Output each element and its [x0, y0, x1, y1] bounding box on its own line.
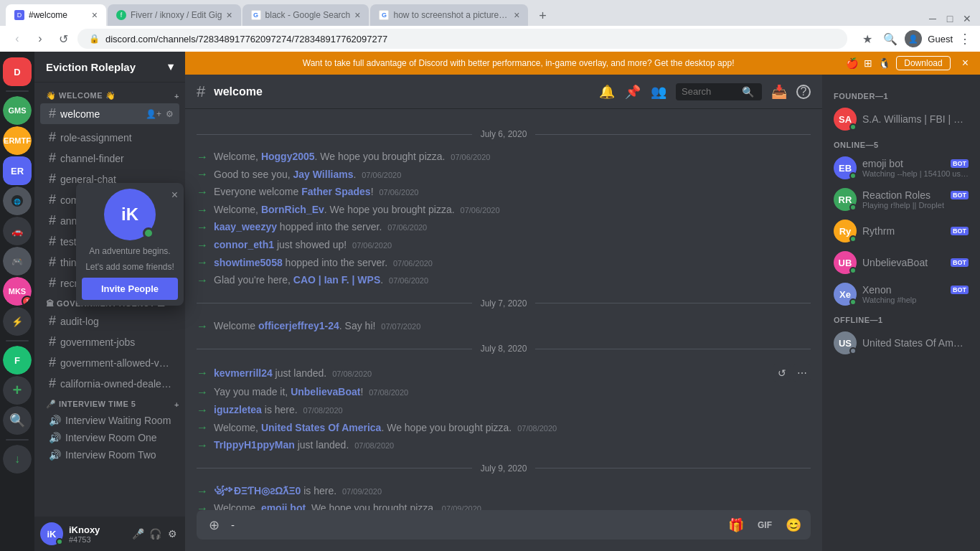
refresh-message-button[interactable]: ↺	[773, 364, 791, 382]
server-item-img1[interactable]: 🌐	[3, 187, 32, 215]
inbox-icon[interactable]: 📥	[771, 83, 788, 100]
more-message-options[interactable]: ⋯	[793, 364, 811, 382]
reload-button[interactable]: ↺	[55, 30, 72, 47]
server-item-gms[interactable]: GMS	[3, 96, 32, 125]
chat-search[interactable]: 🔍	[676, 83, 762, 100]
section-interview-header[interactable]: 🎤 InteRView Time 5 +	[34, 397, 185, 412]
browser-user-avatar[interactable]: 👤	[905, 30, 922, 47]
member-name-united-states: United States Of Amer...	[862, 337, 969, 349]
minimize-button[interactable]: ─	[925, 11, 940, 26]
server-item-mks[interactable]: MKS 1	[3, 277, 32, 306]
channel-hash-announcements: #	[49, 213, 56, 228]
chat-input-area: ⊕ 🎁 GIF 😊	[185, 510, 822, 551]
server-item-img3[interactable]: 🎮	[3, 247, 32, 276]
join-arrow-icon: →	[197, 320, 208, 333]
pin-icon[interactable]: 📌	[624, 83, 641, 100]
download-button[interactable]: ↓	[3, 445, 32, 474]
server-item-er[interactable]: ER	[3, 156, 32, 185]
server-item-discord[interactable]: D	[3, 57, 32, 86]
tab-1[interactable]: D #welcome ×	[6, 4, 106, 26]
user-info: iKnoxy #4753	[69, 524, 125, 544]
close-window-button[interactable]: ✕	[960, 11, 974, 26]
member-emoji-bot[interactable]: EB emoji bot BOT Watching --help | 15410…	[828, 152, 974, 184]
member-sa-williams[interactable]: SA S.A. Williams | FBI | 1E...	[828, 103, 974, 135]
user-avatar-text: iK	[47, 529, 57, 540]
members-icon[interactable]: 👥	[650, 83, 667, 100]
user-settings-button[interactable]: ⚙	[165, 527, 179, 541]
chat-messages: July 6, 2020 → Welcome, Hoggy2005. We ho…	[185, 109, 822, 510]
member-unbelievaboat[interactable]: UB UnbelievaBoat BOT	[828, 247, 974, 278]
emoji-button[interactable]: 😊	[782, 514, 805, 537]
tab-4[interactable]: G how to screenshot a picture on | ×	[370, 4, 528, 26]
discover-servers-button[interactable]: 🔍	[3, 406, 32, 435]
gift-button[interactable]: 🎁	[725, 514, 748, 537]
tab-3-close[interactable]: ×	[354, 9, 360, 21]
channel-item-interview-room-one[interactable]: 🔊 Interview Room One	[40, 429, 179, 446]
section-welcome-add[interactable]: +	[174, 92, 179, 100]
user-name: iKnoxy	[69, 524, 125, 535]
server-list: D GMS ERMTF ER 🌐 🚗 🎮 MKS 1 ⚡	[0, 52, 34, 551]
tab-2-close[interactable]: ×	[226, 9, 232, 21]
member-rythrm[interactable]: Ry Rythrm BOT	[828, 215, 974, 247]
browser-search-button[interactable]: 🔍	[882, 30, 899, 47]
tab-1-close[interactable]: ×	[92, 9, 98, 21]
mute-button[interactable]: 🎤	[131, 527, 145, 541]
server-item-ermtf[interactable]: ERMTF	[3, 126, 32, 155]
maximize-button[interactable]: □	[943, 11, 957, 26]
address-bar[interactable]: 🔒 discord.com/channels/72834891776209727…	[77, 29, 847, 49]
bell-icon[interactable]: 🔔	[598, 83, 616, 100]
member-reaction-roles[interactable]: RR Reaction Roles BOT Playing r!help || …	[828, 184, 974, 215]
back-button[interactable]: ‹	[9, 30, 26, 47]
channel-item-waiting-room[interactable]: 🔊 Interview Waiting Room	[40, 412, 179, 429]
channel-hash-recruitment-message: #	[49, 276, 56, 291]
channel-item-interview-room-two[interactable]: 🔊 Interview Room Two	[40, 446, 179, 463]
tab-2[interactable]: f Fiverr / iknoxy / Edit Gig ×	[108, 4, 241, 26]
section-welcome-header[interactable]: 👋 WELCOME 👋 +	[34, 88, 185, 103]
member-subtext-xenon: Watching #help	[862, 296, 969, 304]
server-notification-mks: 1	[22, 296, 32, 306]
channel-item-government-jobs[interactable]: # government-jobs	[40, 331, 179, 352]
channel-add-user-icon[interactable]: 👤+	[146, 109, 161, 119]
channel-gear-icon[interactable]: ⚙	[166, 109, 174, 119]
server-header[interactable]: Eviction Roleplay ▾	[34, 52, 185, 83]
chat-input-field[interactable]	[231, 510, 719, 540]
browser-user-label: Guest	[928, 34, 953, 44]
add-server-button[interactable]: +	[3, 376, 32, 405]
channel-item-channel-finder[interactable]: # channel-finder	[40, 148, 179, 169]
member-xenon[interactable]: Xe Xenon BOT Watching #help	[828, 278, 974, 310]
deafen-button[interactable]: 🎧	[148, 527, 162, 541]
banner-download-button[interactable]: Download	[896, 56, 950, 70]
members-sidebar: FOUNDER—1 SA S.A. Williams | FBI | 1E...…	[822, 75, 980, 551]
message-row: → iguzzletea is here. 07/08/2020	[185, 402, 822, 419]
invite-popup: × iK An adventure begins. Let's add some…	[76, 183, 184, 306]
join-arrow-icon: →	[197, 367, 208, 380]
help-icon[interactable]: ?	[796, 85, 811, 99]
chat-search-input[interactable]	[682, 86, 739, 97]
server-item-fiverr[interactable]: F	[3, 346, 32, 375]
bookmark-button[interactable]: ★	[859, 30, 876, 47]
channel-item-gov-allowed-veh[interactable]: # government-allowed-veh...	[40, 352, 179, 373]
member-avatar-xenon: Xe	[834, 283, 857, 306]
new-tab-button[interactable]: +	[532, 6, 552, 26]
channel-item-ca-owned-dealers[interactable]: # california-owned-dealers...	[40, 373, 179, 394]
member-united-states[interactable]: US United States Of Amer...	[828, 327, 974, 359]
section-interview-add[interactable]: +	[174, 400, 179, 409]
tab-3[interactable]: G black - Google Search ×	[242, 4, 369, 26]
forward-button[interactable]: ›	[32, 30, 49, 47]
tab-1-label: #welcome	[29, 10, 88, 20]
add-attachment-button[interactable]: ⊕	[202, 514, 225, 537]
server-item-img2[interactable]: 🚗	[3, 217, 32, 245]
channel-item-role-assignment[interactable]: # role-assignment	[40, 127, 179, 148]
server-item-img4[interactable]: ⚡	[3, 307, 32, 336]
popup-close-button[interactable]: ×	[171, 189, 178, 202]
invite-people-button[interactable]: Invite People	[82, 278, 178, 300]
gif-button[interactable]: GIF	[753, 514, 776, 537]
channel-hash-welcome: #	[49, 106, 56, 121]
tab-4-close[interactable]: ×	[514, 9, 519, 21]
msg-username: BornRich_Ev	[261, 204, 324, 215]
banner-close-button[interactable]: ×	[962, 57, 969, 70]
browser-menu-button[interactable]: ⋮	[958, 31, 971, 47]
channel-item-audit-log[interactable]: # audit-log	[40, 311, 179, 331]
channel-item-welcome[interactable]: # welcome 👤+ ⚙	[40, 103, 179, 124]
msg-username: Father Spades	[301, 186, 370, 197]
